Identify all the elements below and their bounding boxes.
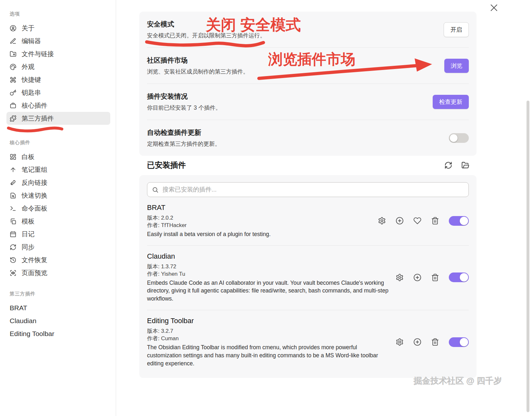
browse-plugins-button[interactable]: 浏览 [444,59,469,73]
sidebar-item-label: 模板 [22,217,34,226]
sidebar-item-label: 快捷键 [22,75,41,84]
installed-plugins-title: 已安装插件 [147,160,186,170]
sidebar-item-hotkeys[interactable]: 快捷键 [6,73,110,86]
sidebar-item-label: Claudian [10,317,36,325]
sidebar-item-label: 笔记重组 [22,165,47,174]
sidebar-item-community-plugins[interactable]: 第三方插件 [6,112,110,125]
sidebar-item-about[interactable]: 关于 [6,22,110,35]
scrollbar-thumb[interactable] [527,101,529,412]
plugin-version: 版本: 1.3.72 [147,263,390,271]
plus-circle-icon[interactable] [413,273,421,282]
refresh-icon[interactable] [444,161,452,169]
sidebar-item-canvas[interactable]: 白板 [6,150,110,163]
gear-icon[interactable] [378,217,386,225]
plugin-name: Editing Toolbar [147,317,390,325]
dashboard-icon [10,154,16,160]
settings-sidebar: 选项 关于 编辑器 文件与链接 外观 快捷键 钥匙串 核心插件 第三方插件 核心… [0,0,116,416]
sidebar-item-label: 文件恢复 [22,256,47,264]
plugin-row-brat: BRAT 版本: 2.0.2 作者: TfTHacker Easily inst… [147,197,469,246]
plugin-enable-toggle[interactable] [449,216,469,226]
sidebar-item-note-composer[interactable]: 笔记重组 [6,163,110,176]
copy-icon [10,218,16,225]
sidebar-item-appearance[interactable]: 外观 [6,60,110,73]
gear-icon[interactable] [396,338,404,346]
sidebar-item-label: BRAT [10,304,27,312]
setting-title: 插件安装情况 [147,92,221,101]
command-icon [10,76,16,83]
history-icon [10,257,16,263]
setting-row-plugin-market: 社区插件市场 浏览、安装社区成员制作的第三方插件。 浏览 [147,48,469,84]
sidebar-item-daily-notes[interactable]: 日记 [6,228,110,241]
community-plugins-settings-card: 安全模式 安全模式已关闭。开启以限制第三方插件运行。 开启 社区插件市场 浏览、… [139,12,477,156]
plugin-author: 作者: TfTHacker [147,222,372,229]
sidebar-item-command-palette[interactable]: 命令面板 [6,202,110,215]
preview-icon [10,270,16,276]
plugin-version: 版本: 2.0.2 [147,214,372,222]
sidebar-item-brat[interactable]: BRAT [6,302,110,314]
sidebar-item-label: 页面预览 [22,269,47,277]
trash-icon[interactable] [431,338,439,346]
plugin-enable-toggle[interactable] [449,272,469,282]
calendar-icon [10,231,16,238]
sidebar-item-file-recovery[interactable]: 文件恢复 [6,253,110,266]
plugin-enable-toggle[interactable] [449,337,469,347]
heart-icon[interactable] [413,217,421,225]
sidebar-item-claudian[interactable]: Claudian [6,314,110,327]
installed-plugins-card: BRAT 版本: 2.0.2 作者: TfTHacker Easily inst… [139,175,477,378]
sidebar-item-files-links[interactable]: 文件与链接 [6,47,110,60]
sidebar-item-label: 快速切换 [22,191,47,200]
sidebar-item-label: 反向链接 [22,178,47,187]
arrow-up-icon [10,166,16,173]
setting-title: 自动检查插件更新 [147,128,221,137]
terminal-icon [10,205,16,212]
sidebar-item-editing-toolbar[interactable]: Editing Toolbar [6,327,110,340]
setting-desc: 浏览、安装社区成员制作的第三方插件。 [147,68,249,75]
gear-icon[interactable] [396,273,404,282]
plugin-search-box [147,182,469,197]
sidebar-item-sync[interactable]: 同步 [6,241,110,253]
close-icon[interactable] [489,3,499,13]
sidebar-item-keychain[interactable]: 钥匙串 [6,86,110,99]
sidebar-item-backlinks[interactable]: 反向链接 [6,176,110,189]
watermark-text: 掘金技术社区 @ 四千岁 [414,375,502,387]
sidebar-item-label: 关于 [22,24,34,33]
sidebar-item-editor[interactable]: 编辑器 [6,35,110,47]
sidebar-item-label: 第三方插件 [22,114,54,123]
sidebar-item-core-plugins[interactable]: 核心插件 [6,99,110,112]
sidebar-section-third-party: 第三方插件 [10,291,110,297]
key-icon [10,89,16,96]
box-icon [10,102,16,109]
sidebar-section-core-plugins: 核心插件 [10,140,110,146]
auto-update-toggle[interactable] [449,133,469,143]
open-folder-icon[interactable] [461,161,469,169]
backlink-icon [10,179,16,186]
toggle-knob [460,217,468,225]
plugin-description: Embeds Claude Code as an AI collaborator… [147,279,390,303]
sidebar-item-label: 日记 [22,230,34,239]
trash-icon[interactable] [431,273,439,282]
toggle-knob [449,134,458,142]
sidebar-item-label: 命令面板 [22,204,47,213]
sidebar-item-label: 同步 [22,243,34,252]
plugin-version: 版本: 3.2.7 [147,328,390,335]
plus-circle-icon[interactable] [396,217,404,225]
sidebar-item-templates[interactable]: 模板 [6,215,110,228]
installed-plugins-header: 已安装插件 [147,160,469,170]
toggle-knob [460,338,468,346]
puzzle-icon [10,115,16,122]
search-icon [152,186,159,193]
plugin-row-editing-toolbar: Editing Toolbar 版本: 3.2.7 作者: Cuman The … [147,310,469,374]
trash-icon[interactable] [431,217,439,225]
sidebar-item-page-preview[interactable]: 页面预览 [6,266,110,279]
folder-link-icon [10,51,16,57]
search-input[interactable] [163,186,464,193]
plugin-author: 作者: Yishen Tu [147,271,390,278]
plugin-name: BRAT [147,203,372,212]
sidebar-item-label: 文件与链接 [22,50,54,58]
check-updates-button[interactable]: 检查更新 [433,95,469,109]
plus-circle-icon[interactable] [413,338,421,346]
toggle-knob [460,273,468,282]
enable-safe-mode-button[interactable]: 开启 [444,22,469,37]
setting-row-installed-status: 插件安装情况 你目前已经安装了 3 个插件。 检查更新 [147,84,469,120]
sidebar-item-quick-switcher[interactable]: 快速切换 [6,189,110,202]
